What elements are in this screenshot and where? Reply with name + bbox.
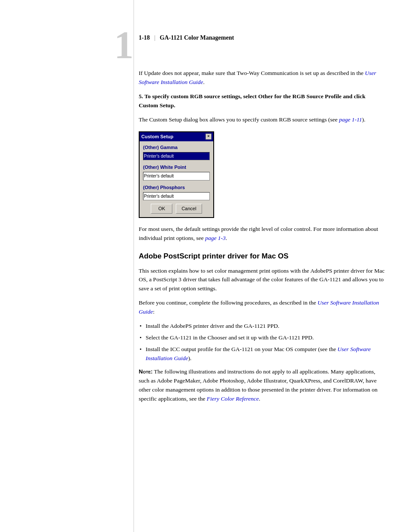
before-continue-text: Before you continue, complete the follow… bbox=[139, 299, 318, 306]
custom-setup-dialog: Custom Setup × (Other) Gamma Printer's d… bbox=[139, 131, 214, 218]
bullet-list: Install the AdobePS printer driver and t… bbox=[139, 322, 385, 363]
dialog-buttons: OK Cancel bbox=[143, 204, 210, 214]
section-heading: Adobe PostScript printer driver for Mac … bbox=[139, 251, 385, 262]
bullet-item-1: Install the AdobePS printer driver and t… bbox=[139, 322, 385, 331]
note-label: Note: bbox=[139, 368, 153, 375]
chapter-number: 1 bbox=[86, 26, 134, 65]
step5-text: To specify custom RGB source settings, s… bbox=[139, 93, 365, 109]
for-most-users-para: For most users, the default settings pro… bbox=[139, 225, 385, 243]
para-after-text: The Custom Setup dialog box allows you t… bbox=[139, 116, 339, 123]
header-title: GA-1121 Color Management bbox=[160, 34, 234, 41]
intro-end: . bbox=[203, 79, 205, 85]
bullet-item-2: Select the GA-1121 in the Chooser and se… bbox=[139, 333, 385, 342]
note-end: . bbox=[259, 395, 260, 402]
ok-button[interactable]: OK bbox=[151, 204, 172, 214]
bullet-1-text: Install the AdobePS printer driver and t… bbox=[146, 323, 279, 329]
section-para1: This section explains how to set color m… bbox=[139, 267, 385, 294]
intro-text: If Update does not appear, make sure tha… bbox=[139, 70, 365, 76]
page-1-3-link[interactable]: page 1-3 bbox=[205, 235, 226, 241]
para-after-step: The Custom Setup dialog box allows you t… bbox=[139, 115, 385, 124]
bullet-3-start: Install the ICC output profile for the G… bbox=[146, 346, 337, 352]
left-rule bbox=[134, 0, 134, 532]
dialog-container: Custom Setup × (Other) Gamma Printer's d… bbox=[139, 131, 385, 218]
page-number: 1-18 bbox=[139, 34, 150, 41]
chapter-area: 1 bbox=[86, 26, 134, 65]
page-container: 1 1-18 | GA-1121 Color Management If Upd… bbox=[0, 0, 411, 532]
fiery-color-link[interactable]: Fiery Color Reference bbox=[207, 395, 259, 402]
main-content: If Update does not appear, make sure tha… bbox=[139, 69, 385, 408]
before-continue-end: : bbox=[153, 308, 155, 315]
phosphors-label: (Other) Phosphors bbox=[143, 184, 210, 191]
intro-paragraph: If Update does not appear, make sure tha… bbox=[139, 69, 385, 87]
for-most-text: For most users, the default settings pro… bbox=[139, 226, 378, 241]
phosphors-select[interactable]: Printer's default bbox=[143, 192, 210, 201]
before-continue-para: Before you continue, complete the follow… bbox=[139, 299, 385, 317]
bullet-2-text: Select the GA-1121 in the Chooser and se… bbox=[146, 334, 314, 341]
note-block: Note: The following illustrations and in… bbox=[139, 367, 385, 404]
cancel-button[interactable]: Cancel bbox=[176, 204, 202, 214]
dialog-titlebar: Custom Setup × bbox=[140, 132, 213, 141]
step5-number: 5. bbox=[139, 93, 143, 100]
gamma-select[interactable]: Printer's default bbox=[143, 152, 210, 161]
bullet-item-3: Install the ICC output profile for the G… bbox=[139, 345, 385, 363]
dialog-close-button[interactable]: × bbox=[206, 134, 212, 140]
chapter-header: 1-18 | GA-1121 Color Management bbox=[139, 34, 234, 41]
white-point-select[interactable]: Printer's default bbox=[143, 172, 210, 180]
para-after-end: ). bbox=[362, 116, 365, 123]
page-ref-link[interactable]: page 1-11 bbox=[339, 116, 362, 123]
for-most-end: . bbox=[226, 235, 227, 241]
dialog-title: Custom Setup bbox=[141, 133, 174, 140]
gamma-label: (Other) Gamma bbox=[143, 144, 210, 151]
step5-label: 5. To specify custom RGB source settings… bbox=[139, 92, 385, 110]
dialog-body: (Other) Gamma Printer's default (Other) … bbox=[140, 141, 213, 218]
bullet-3-end: ). bbox=[188, 355, 192, 361]
white-point-label: (Other) White Point bbox=[143, 164, 210, 171]
